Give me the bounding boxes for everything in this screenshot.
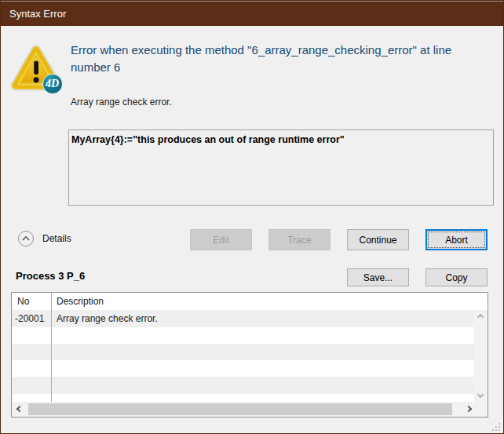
empty-row-stripe — [12, 327, 474, 344]
chevron-up-circle-icon — [17, 230, 35, 247]
column-header-no[interactable]: No — [17, 293, 29, 310]
copy-button[interactable]: Copy — [425, 268, 488, 286]
save-button[interactable]: Save... — [347, 268, 409, 286]
continue-button[interactable]: Continue — [347, 229, 409, 250]
empty-row-stripe — [12, 377, 474, 394]
cell-error-description: Array range check error. — [57, 310, 158, 327]
code-line: MyArray{4}:="this produces an out of ran… — [71, 134, 345, 145]
table-horizontal-scrollbar[interactable] — [12, 402, 488, 417]
details-toggle[interactable]: Details — [17, 230, 71, 247]
scroll-up-icon[interactable] — [477, 314, 484, 320]
empty-row-stripe — [12, 394, 474, 402]
table-row[interactable]: -20001 Array range check error. — [12, 310, 474, 327]
scroll-left-icon[interactable] — [16, 406, 23, 412]
scroll-right-icon[interactable] — [466, 406, 472, 412]
empty-row-stripe — [12, 360, 474, 377]
trace-button[interactable]: Trace — [268, 229, 331, 250]
cell-error-no: -20001 — [15, 310, 44, 327]
window-title: Syntax Error — [9, 8, 66, 20]
warning-triangle-icon: 4D — [10, 44, 62, 96]
error-heading: Error when executing the method "6_array… — [71, 42, 495, 76]
details-label: Details — [42, 233, 71, 244]
empty-row-stripe — [12, 344, 474, 360]
process-title: Process 3 P_6 — [16, 270, 85, 282]
code-display-box: MyArray{4}:="this produces an out of ran… — [68, 129, 494, 206]
column-header-description[interactable]: Description — [57, 293, 104, 310]
error-message: Array range check error. — [71, 97, 172, 108]
4d-logo-text: 4D — [46, 78, 60, 89]
syntax-error-dialog: Syntax Error 4D Error when executing the… — [0, 0, 504, 434]
4d-logo-icon: 4D — [42, 74, 63, 94]
scroll-down-icon[interactable] — [477, 392, 484, 398]
table-rows: -20001 Array range check error. — [12, 310, 474, 402]
edit-button[interactable]: Edit — [190, 229, 252, 250]
horizontal-scroll-thumb[interactable] — [28, 403, 452, 415]
resize-grip[interactable] — [492, 423, 500, 431]
abort-button[interactable]: Abort — [425, 229, 488, 250]
titlebar[interactable]: Syntax Error — [1, 1, 503, 26]
error-table: No Description -20001 Array range check … — [11, 292, 488, 418]
column-divider — [51, 293, 52, 402]
table-vertical-scrollbar[interactable] — [474, 310, 488, 402]
